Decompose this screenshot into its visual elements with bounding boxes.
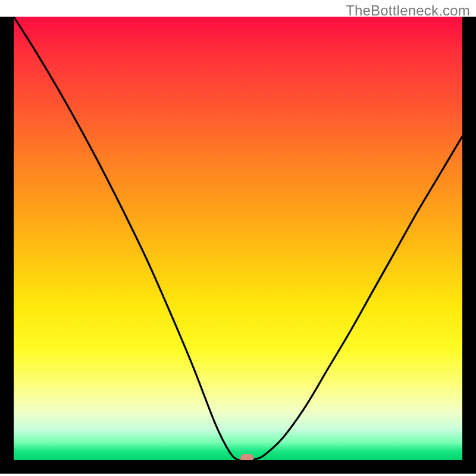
bottleneck-curve bbox=[14, 17, 462, 460]
optimal-point-marker bbox=[240, 454, 253, 460]
plot-frame bbox=[0, 17, 476, 474]
plot-area bbox=[14, 17, 462, 460]
watermark: TheBottleneck.com bbox=[346, 2, 470, 19]
chart-container: TheBottleneck.com bbox=[0, 0, 476, 476]
